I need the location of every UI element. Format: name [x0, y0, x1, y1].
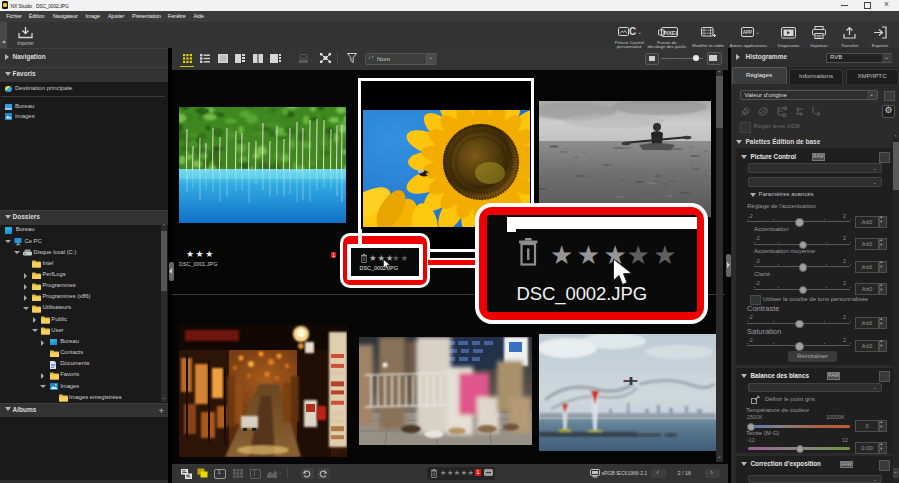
svg-text:APP: APP [743, 29, 752, 34]
svg-text:PIXEL: PIXEL [663, 29, 678, 35]
